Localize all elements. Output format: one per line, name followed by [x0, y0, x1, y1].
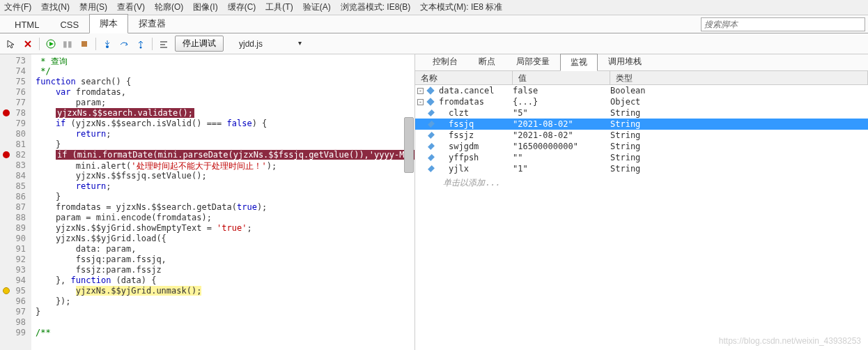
watch-type: String — [610, 142, 868, 151]
menu-item[interactable]: 查找(N) — [41, 1, 70, 13]
code-line[interactable]: yjzxNs.$$fssjq.setValue(); — [31, 171, 414, 181]
add-watch[interactable]: 单击以添加... — [415, 177, 868, 189]
watch-name: clzt — [436, 108, 513, 118]
watch-type: String — [610, 153, 868, 162]
watch-row[interactable]: -fromdatas{...}Object — [415, 96, 868, 107]
watch-name: swjgdm — [436, 142, 513, 151]
line-gutter: 7374757677787980818283848586878889909192… — [0, 54, 31, 350]
code-line[interactable] — [31, 317, 414, 328]
property-icon — [428, 109, 435, 116]
menu-item[interactable]: 文本模式(M): IE8 标准 — [420, 1, 502, 13]
code-line[interactable]: yjzxNs.$$yjGrid.load({ — [31, 234, 414, 244]
code-line[interactable]: mini.alert('处理时间起不能大于处理时间止！'); — [31, 160, 414, 171]
code-line[interactable]: fssjq:param.fssjq, — [31, 254, 414, 265]
breakpoint-icon[interactable] — [3, 151, 10, 158]
watch-value: {...} — [513, 97, 610, 107]
code-line[interactable]: */ — [31, 66, 414, 77]
code-line[interactable]: if (mini.formatDate(mini.parseDate(yjzxN… — [31, 150, 414, 160]
code-line[interactable]: param = mini.encode(fromdatas); — [31, 213, 414, 223]
col-type[interactable]: 类型 — [610, 71, 868, 84]
svg-rect-1 — [82, 41, 87, 47]
svg-rect-4 — [160, 41, 167, 43]
code-line[interactable]: } — [31, 192, 414, 202]
scrollbar-thumb[interactable] — [404, 117, 414, 173]
code-line[interactable]: function search() { — [31, 77, 414, 87]
code-line[interactable]: } — [31, 307, 414, 317]
watch-row[interactable]: swjgdm"16500000000"String — [415, 141, 868, 152]
watch-name: yffpsh — [436, 153, 513, 162]
clear-icon[interactable] — [22, 38, 33, 50]
code-line[interactable]: * 查询 — [31, 56, 414, 66]
pause-icon[interactable]: ▮▮ — [62, 38, 73, 50]
code-line[interactable]: if (yjzxNs.$$search.isValid() === false)… — [31, 119, 414, 129]
code-line[interactable]: return; — [31, 181, 414, 192]
menu-item[interactable]: 查看(V) — [117, 1, 145, 13]
right-tab[interactable]: 控制台 — [422, 53, 468, 70]
code-line[interactable]: }); — [31, 296, 414, 307]
watch-value: false — [513, 86, 610, 96]
watch-value: "" — [513, 153, 610, 162]
code-line[interactable]: yjzxNs.$$yjGrid.unmask(); — [31, 286, 414, 296]
col-name[interactable]: 名称 — [415, 71, 513, 84]
right-tab[interactable]: 断点 — [468, 53, 506, 70]
tab-css[interactable]: CSS — [49, 16, 89, 33]
step-into-icon[interactable] — [102, 38, 113, 50]
file-selector[interactable]: yjdd.js — [235, 38, 304, 50]
code-line[interactable]: }, function (data) { — [31, 275, 414, 286]
watch-row[interactable]: yffpsh""String — [415, 152, 868, 163]
tab-html[interactable]: HTML — [4, 16, 49, 33]
watch-value: "5" — [513, 108, 610, 118]
tree-toggle-icon[interactable]: - — [417, 99, 424, 105]
separator — [95, 38, 96, 50]
code-line[interactable]: param; — [31, 98, 414, 108]
menu-item[interactable]: 禁用(S) — [79, 1, 107, 13]
code-line[interactable]: yjzxNs.$$search.validate(); — [31, 108, 414, 119]
code-line[interactable]: data: param, — [31, 244, 414, 254]
right-tab[interactable]: 局部变量 — [506, 53, 560, 70]
watch-row[interactable]: fssjz"2021-08-02"String — [415, 130, 868, 141]
menu-item[interactable]: 轮廓(O) — [155, 1, 183, 13]
property-icon — [426, 86, 434, 94]
menu-item[interactable]: 工具(T) — [265, 1, 293, 13]
search-box — [701, 17, 865, 31]
col-value[interactable]: 值 — [513, 71, 610, 84]
tab-探查器[interactable]: 探查器 — [128, 14, 176, 33]
watch-row[interactable]: fssjq"2021-08-02"String — [415, 119, 868, 130]
code-line[interactable]: return; — [31, 129, 414, 139]
right-tabs: 控制台断点局部变量监视调用堆栈 — [415, 54, 868, 71]
menu-item[interactable]: 图像(I) — [193, 1, 217, 13]
menu-item[interactable]: 验证(A) — [303, 1, 331, 13]
pointer-icon[interactable] — [6, 38, 17, 50]
code-pane: 7374757677787980818283848586878889909192… — [0, 54, 415, 350]
menu-item[interactable]: 文件(F) — [4, 1, 31, 13]
format-icon[interactable] — [158, 38, 169, 50]
code-line[interactable]: fromdatas = yjzxNs.$$search.getData(true… — [31, 202, 414, 213]
breakpoint-icon[interactable] — [3, 287, 10, 294]
code-line[interactable]: /** — [31, 328, 414, 338]
code-line[interactable]: } — [31, 139, 414, 150]
stop-debug-button[interactable]: 停止调试 — [175, 36, 224, 52]
watch-name: fromdatas — [436, 97, 513, 107]
debug-toolbar: ▮▮ 停止调试 yjdd.js — [0, 33, 868, 54]
menu-item[interactable]: 浏览器模式: IE8(B) — [341, 1, 411, 13]
code-line[interactable]: yjzxNs.$$yjGrid.showEmptyText = 'true'; — [31, 223, 414, 234]
tab-脚本[interactable]: 脚本 — [89, 14, 128, 33]
watch-row[interactable]: clzt"5"String — [415, 107, 868, 119]
watch-row[interactable]: -data.cancelfalseBoolean — [415, 85, 868, 96]
step-out-icon[interactable] — [135, 38, 146, 50]
code-line[interactable]: fssjz:param.fssjz — [31, 265, 414, 275]
code-area[interactable]: * 查询 */function search() { var fromdatas… — [31, 54, 414, 350]
breakpoint-icon[interactable] — [3, 109, 10, 116]
code-line[interactable]: var fromdatas, — [31, 87, 414, 98]
watch-row[interactable]: yjlx"1"String — [415, 163, 868, 174]
search-input[interactable] — [701, 17, 865, 31]
menu-item[interactable]: 缓存(C) — [228, 1, 256, 13]
tree-toggle-icon[interactable]: - — [417, 88, 424, 94]
step-over-icon[interactable] — [118, 38, 130, 50]
svg-rect-5 — [160, 44, 165, 45]
break-icon[interactable] — [79, 38, 90, 50]
play-icon[interactable] — [45, 38, 56, 50]
svg-rect-6 — [160, 47, 167, 48]
right-tab[interactable]: 监视 — [560, 54, 598, 71]
right-tab[interactable]: 调用堆栈 — [598, 53, 652, 70]
